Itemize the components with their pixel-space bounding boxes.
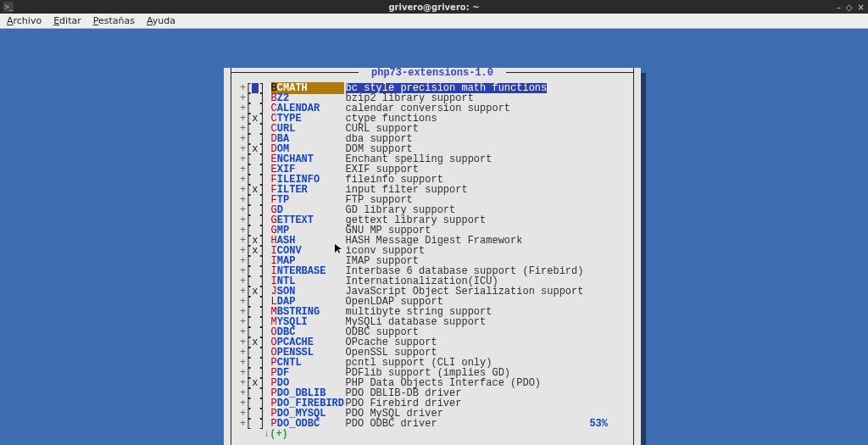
option-list[interactable]: +[ ] BCMATH bc style precision math func… — [240, 83, 625, 439]
window-maximize-icon[interactable]: ◇ — [846, 3, 853, 12]
config-dialog: php73-extensions-1.0 +[ ] BCMATH bc styl… — [224, 68, 641, 445]
window-title: grivero@grivero: ~ — [388, 3, 479, 12]
menu-ayuda[interactable]: Ayuda — [147, 15, 175, 26]
window-close-icon[interactable]: × — [858, 3, 865, 12]
checkbox-mark[interactable] — [252, 419, 259, 429]
window-titlebar: >_ grivero@grivero: ~ – ◇ × — [0, 0, 868, 14]
checkbox-open: [ — [246, 419, 252, 429]
terminal-workspace: php73-extensions-1.0 +[ ] BCMATH bc styl… — [0, 29, 868, 445]
option-desc: PDO ODBC driver — [346, 419, 437, 429]
window-minimize-icon[interactable]: – — [837, 3, 841, 12]
menu-archivo[interactable]: Archivo — [7, 15, 42, 26]
dialog-title: php73-extensions-1.0 — [231, 68, 633, 78]
more-indicator-icon: ↓(+) — [264, 429, 625, 439]
bullet-icon: + — [240, 419, 246, 429]
menubar: Archivo Editar Pestañas Ayuda — [0, 14, 868, 29]
option-row[interactable]: +[ ] PDO_ODBC PDO ODBC driver — [240, 419, 625, 429]
menu-pestanas[interactable]: Pestañas — [93, 15, 135, 26]
terminal-icon: >_ — [3, 2, 14, 12]
scroll-percent: 53% — [589, 419, 608, 429]
menu-editar[interactable]: Editar — [53, 15, 81, 26]
